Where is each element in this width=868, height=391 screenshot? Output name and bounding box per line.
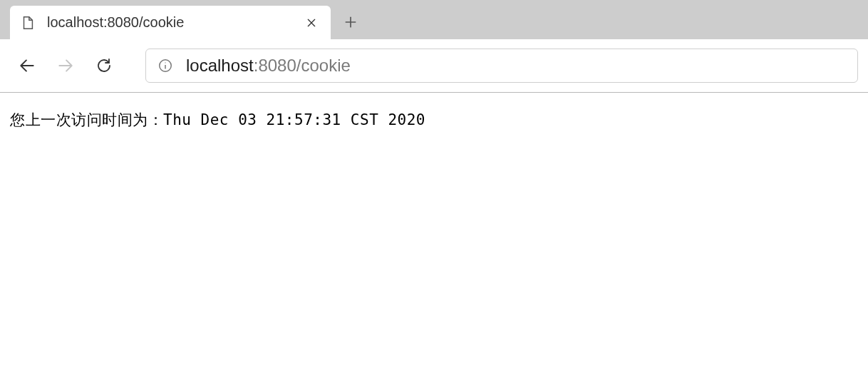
url-path: :8080/cookie	[254, 56, 351, 75]
close-tab-button[interactable]	[302, 14, 321, 32]
tab-title: localhost:8080/cookie	[47, 14, 302, 31]
refresh-button[interactable]	[87, 49, 121, 83]
page-body: 您上一次访问时间为：Thu Dec 03 21:57:31 CST 2020	[0, 93, 868, 147]
address-bar[interactable]: localhost:8080/cookie	[145, 49, 858, 83]
browser-chrome: localhost:8080/cookie	[0, 0, 868, 93]
page-icon	[20, 15, 36, 31]
back-button[interactable]	[10, 49, 44, 83]
content-text: 您上一次访问时间为：Thu Dec 03 21:57:31 CST 2020	[10, 111, 425, 128]
url-host: localhost	[186, 56, 254, 75]
site-info-icon[interactable]	[156, 56, 175, 75]
toolbar: localhost:8080/cookie	[0, 39, 868, 92]
url-display: localhost:8080/cookie	[186, 56, 351, 76]
new-tab-button[interactable]	[336, 8, 365, 36]
svg-point-8	[165, 62, 165, 63]
visit-prefix: 您上一次访问时间为：	[10, 111, 163, 128]
visit-timestamp: Thu Dec 03 21:57:31 CST 2020	[163, 111, 425, 128]
active-tab[interactable]: localhost:8080/cookie	[10, 6, 331, 39]
forward-button[interactable]	[48, 49, 83, 83]
tab-strip: localhost:8080/cookie	[0, 0, 868, 39]
